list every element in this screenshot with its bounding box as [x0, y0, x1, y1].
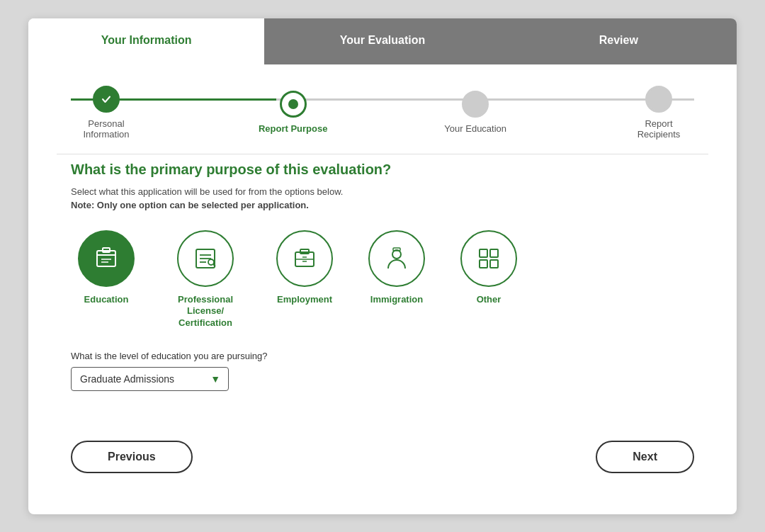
step-your-education: Your Education [444, 91, 506, 134]
svg-rect-19 [480, 249, 487, 257]
step-circle-3 [462, 91, 489, 118]
step-label-4: Report Recipients [623, 118, 694, 140]
step-personal-information: Personal Information [71, 86, 142, 140]
svg-point-0 [100, 93, 113, 106]
step-label-3: Your Education [444, 123, 506, 134]
tab-your-information[interactable]: Your Information [28, 18, 264, 64]
next-button[interactable]: Next [596, 441, 694, 473]
purpose-label-employment: Employment [277, 294, 332, 306]
previous-button[interactable]: Previous [71, 441, 193, 473]
step-report-purpose: Report Purpose [259, 91, 328, 134]
step-label-1: Personal Information [71, 118, 142, 140]
purpose-label-professional: Professional License/ Certification [163, 294, 248, 330]
dropdown-label: What is the level of education you are p… [71, 351, 694, 361]
education-level-select[interactable]: Graduate Admissions Undergraduate Admiss… [71, 367, 229, 391]
purpose-label-immigration: Immigration [370, 294, 423, 306]
svg-rect-1 [97, 251, 115, 266]
tab-review[interactable]: Review [501, 18, 737, 64]
purpose-circle-immigration [368, 230, 425, 287]
svg-point-10 [208, 259, 214, 265]
step-circle-2 [280, 91, 307, 118]
tab-your-evaluation[interactable]: Your Evaluation [264, 18, 500, 64]
step-label-2: Report Purpose [259, 123, 328, 134]
purpose-circle-employment [276, 230, 333, 287]
purpose-circle-professional [177, 230, 234, 287]
nav-buttons: Previous Next [28, 441, 737, 494]
dropdown-wrapper: Graduate Admissions Undergraduate Admiss… [71, 367, 229, 391]
description-2: Note: Only one option can be selected pe… [71, 200, 694, 210]
purpose-label-education: Education [84, 294, 129, 306]
dropdown-section: What is the level of education you are p… [71, 351, 694, 391]
step-report-recipients: Report Recipients [623, 86, 694, 140]
step-circle-1 [93, 86, 120, 113]
description-1: Select what this application will be use… [71, 186, 694, 197]
purpose-label-other: Other [477, 294, 502, 306]
purpose-circle-other [460, 230, 517, 287]
purpose-options: Education Professional License/ Certific… [71, 230, 694, 330]
main-content: What is the primary purpose of this eval… [28, 154, 737, 413]
svg-rect-20 [490, 249, 498, 257]
purpose-immigration[interactable]: Immigration [361, 230, 432, 330]
progress-section: Personal Information Report Purpose Your… [28, 64, 737, 154]
purpose-employment[interactable]: Employment [269, 230, 340, 330]
step-bar: Personal Information Report Purpose Your… [71, 86, 694, 140]
purpose-other[interactable]: Other [453, 230, 524, 330]
step-circle-4 [645, 86, 672, 113]
main-card: Your Information Your Evaluation Review … [28, 18, 737, 514]
section-title: What is the primary purpose of this eval… [71, 162, 694, 178]
svg-rect-22 [490, 260, 498, 268]
header-tabs: Your Information Your Evaluation Review [28, 18, 737, 64]
svg-rect-21 [480, 260, 487, 268]
svg-point-17 [392, 250, 401, 259]
purpose-professional[interactable]: Professional License/ Certification [163, 230, 248, 330]
purpose-education[interactable]: Education [71, 230, 142, 330]
purpose-circle-education [78, 230, 135, 287]
